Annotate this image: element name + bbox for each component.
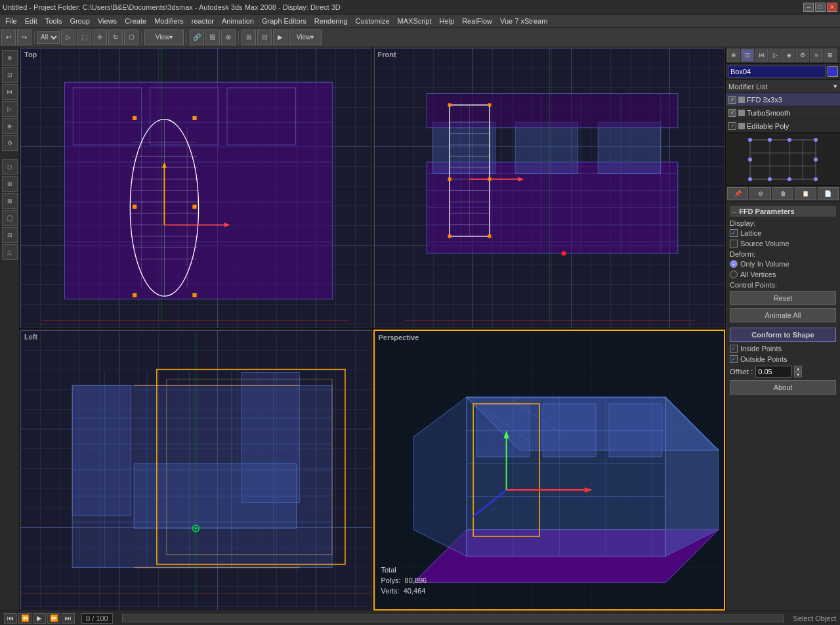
render-setup-button[interactable]: View ▾ <box>289 30 322 45</box>
reset-button[interactable]: Reset <box>730 291 836 305</box>
bind-button[interactable]: ⊕ <box>221 30 236 45</box>
svg-rect-32 <box>193 293 196 297</box>
modifier-item-ffd[interactable]: ✓ FFD 3x3x3 <box>726 93 840 106</box>
menu-realflow[interactable]: RealFlow <box>458 17 496 25</box>
link-button[interactable]: 🔗 <box>190 30 204 45</box>
array-button[interactable]: ⊟ <box>257 30 272 45</box>
mod-config-button[interactable]: ⚙ <box>749 187 770 200</box>
rp-icon7[interactable]: ≡ <box>810 49 823 62</box>
animate-all-button[interactable]: Animate All <box>730 308 836 322</box>
undo-button[interactable]: ↩ <box>1 30 16 45</box>
filter-select[interactable]: All <box>37 31 60 44</box>
mod-eye-turbosmooth[interactable]: ✓ <box>728 109 736 117</box>
frame-slider[interactable] <box>122 614 784 622</box>
rp-motion-icon[interactable]: ▷ <box>768 49 782 62</box>
object-name-input[interactable]: Box04 <box>728 66 826 77</box>
mod-pin-button[interactable]: 📌 <box>727 187 748 200</box>
modifier-item-editable-poly[interactable]: ✗ Editable Poly <box>726 119 840 133</box>
mirror-button[interactable]: ⊞ <box>242 30 256 45</box>
viewport-front[interactable]: Front <box>373 47 726 328</box>
menu-animation[interactable]: Animation <box>218 17 258 25</box>
scale-button[interactable]: ⬡ <box>124 30 138 45</box>
menu-maxscript[interactable]: MAXScript <box>394 17 436 25</box>
redo-button[interactable]: ↪ <box>17 30 32 45</box>
menu-reactor[interactable]: reactor <box>188 17 218 25</box>
lt-motion[interactable]: ▷ <box>2 101 18 117</box>
mod-delete-button[interactable]: 🗑 <box>772 187 793 200</box>
lt-utilities[interactable]: ⚙ <box>2 135 18 151</box>
only-in-volume-radio[interactable] <box>730 260 738 268</box>
select-button[interactable]: ▷ <box>61 30 75 45</box>
viewport-left[interactable]: Left <box>20 330 372 611</box>
menu-customize[interactable]: Customize <box>352 17 394 25</box>
unlink-button[interactable]: ⛓ <box>205 30 220 45</box>
rp-hierarchy-icon[interactable]: ⋈ <box>755 49 768 62</box>
menu-vue[interactable]: Vue 7 xStream <box>496 17 551 25</box>
close-button[interactable]: ✕ <box>827 3 837 12</box>
lt-modify[interactable]: ⊡ <box>2 67 18 83</box>
menu-graph-editors[interactable]: Graph Editors <box>258 17 310 25</box>
rp-modify-icon[interactable]: ⊡ <box>741 49 754 62</box>
mod-paste-button[interactable]: 📄 <box>818 187 839 200</box>
mod-eye-ffd[interactable]: ✓ <box>728 96 736 104</box>
modifier-list-dropdown-icon[interactable]: ▾ <box>833 82 837 91</box>
conform-to-shape-button[interactable]: Conform to Shape <box>730 328 836 342</box>
render-button[interactable]: ▶ <box>273 30 287 45</box>
menu-edit[interactable]: Edit <box>21 17 41 25</box>
modifier-item-turbosmooth[interactable]: ✓ TurboSmooth <box>726 106 840 119</box>
menu-modifiers[interactable]: Modifiers <box>150 17 188 25</box>
svg-rect-36 <box>432 122 495 173</box>
ref-coord-select[interactable]: View ▾ <box>144 30 184 45</box>
offset-spin-up[interactable]: ▲ <box>794 366 802 372</box>
anim-play-button[interactable]: ▶ <box>33 613 46 624</box>
outside-points-checkbox[interactable] <box>730 355 738 363</box>
anim-prev-button[interactable]: ⏪ <box>18 613 32 624</box>
anim-start-button[interactable]: ⏮ <box>4 613 17 624</box>
move-button[interactable]: ✛ <box>93 30 107 45</box>
menu-file[interactable]: File <box>1 17 21 25</box>
rp-display-icon[interactable]: ◈ <box>782 49 795 62</box>
menu-create[interactable]: Create <box>121 17 150 25</box>
menu-group[interactable]: Group <box>66 17 94 25</box>
menu-views[interactable]: Views <box>94 17 121 25</box>
rp-create-icon[interactable]: ⊕ <box>727 49 740 62</box>
all-vertices-radio[interactable] <box>730 270 738 278</box>
viewport-top[interactable]: Top <box>20 47 372 328</box>
select-region-button[interactable]: ⬚ <box>77 30 91 45</box>
menu-help[interactable]: Help <box>436 17 459 25</box>
inside-points-checkbox[interactable] <box>730 345 738 353</box>
lattice-checkbox[interactable] <box>730 229 738 237</box>
rp-icon8[interactable]: ⊞ <box>824 49 837 62</box>
minimize-button[interactable]: – <box>803 3 814 12</box>
lt-btn12[interactable]: △ <box>2 244 18 260</box>
offset-input[interactable]: 0.05 <box>755 366 791 377</box>
viewports: Top <box>20 47 725 611</box>
lt-btn11[interactable]: ⊟ <box>2 227 18 243</box>
lt-btn8[interactable]: ⊞ <box>2 176 18 192</box>
svg-point-138 <box>768 177 772 181</box>
anim-next-button[interactable]: ⏩ <box>47 613 60 624</box>
menu-tools[interactable]: Tools <box>41 17 66 25</box>
source-volume-checkbox[interactable] <box>730 240 738 248</box>
anim-end-button[interactable]: ⏭ <box>62 613 75 624</box>
lt-hierarchy[interactable]: ⋈ <box>2 84 18 100</box>
ffd-section-header[interactable]: – FFD Parameters <box>730 206 836 217</box>
lt-display[interactable]: ◈ <box>2 118 18 134</box>
rotate-button[interactable]: ↻ <box>108 30 123 45</box>
svg-rect-37 <box>515 122 578 173</box>
rp-utilities-icon[interactable]: ⚙ <box>796 49 809 62</box>
lt-create[interactable]: ⊕ <box>2 50 18 66</box>
menu-rendering[interactable]: Rendering <box>310 17 352 25</box>
maximize-button[interactable]: □ <box>815 3 826 12</box>
offset-spin-down[interactable]: ▼ <box>794 372 802 377</box>
lt-btn7[interactable]: ◻ <box>2 159 18 175</box>
lt-btn10[interactable]: ◯ <box>2 210 18 226</box>
lt-btn9[interactable]: ⊠ <box>2 193 18 209</box>
svg-marker-101 <box>665 397 718 556</box>
mod-eye-editable-poly[interactable]: ✗ <box>728 122 736 130</box>
mod-copy-button[interactable]: 📋 <box>795 187 816 200</box>
object-color-swatch[interactable] <box>828 66 838 77</box>
viewport-perspective[interactable]: Perspective Total Polys: 80,896 Verts: 4… <box>373 330 726 611</box>
about-button[interactable]: About <box>730 380 836 395</box>
svg-rect-39 <box>427 94 678 128</box>
